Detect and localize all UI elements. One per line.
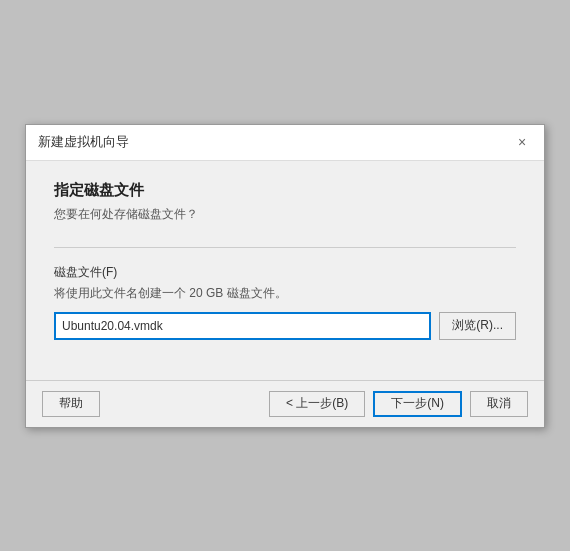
footer-right-buttons: < 上一步(B) 下一步(N) 取消 xyxy=(269,391,528,417)
window-title: 新建虚拟机向导 xyxy=(38,133,129,151)
section-label: 磁盘文件(F) xyxy=(54,264,516,281)
section-description: 将使用此文件名创建一个 20 GB 磁盘文件。 xyxy=(54,285,516,302)
file-path-input[interactable] xyxy=(54,312,431,340)
page-title: 指定磁盘文件 xyxy=(54,181,516,200)
footer: 帮助 < 上一步(B) 下一步(N) 取消 xyxy=(26,380,544,427)
wizard-window: 新建虚拟机向导 × 指定磁盘文件 您要在何处存储磁盘文件？ 磁盘文件(F) 将使… xyxy=(25,124,545,428)
file-input-row: 浏览(R)... xyxy=(54,312,516,340)
next-button[interactable]: 下一步(N) xyxy=(373,391,462,417)
main-content: 指定磁盘文件 您要在何处存储磁盘文件？ 磁盘文件(F) 将使用此文件名创建一个 … xyxy=(26,161,544,380)
help-button[interactable]: 帮助 xyxy=(42,391,100,417)
cancel-button[interactable]: 取消 xyxy=(470,391,528,417)
browse-button[interactable]: 浏览(R)... xyxy=(439,312,516,340)
page-subtitle: 您要在何处存储磁盘文件？ xyxy=(54,206,516,223)
close-button[interactable]: × xyxy=(512,132,532,152)
back-button[interactable]: < 上一步(B) xyxy=(269,391,365,417)
title-bar: 新建虚拟机向导 × xyxy=(26,125,544,161)
divider xyxy=(54,247,516,248)
